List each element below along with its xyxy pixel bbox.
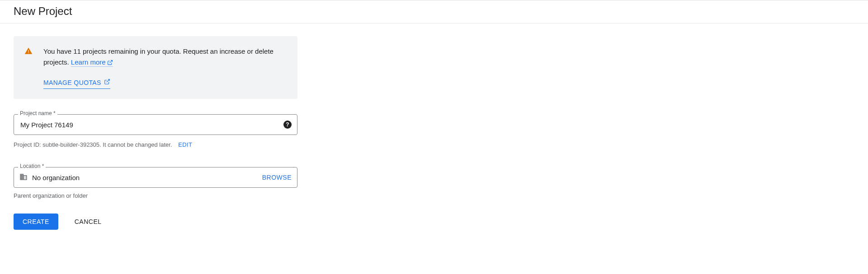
project-id-text: Project ID: subtle-builder-392305. It ca… — [14, 141, 172, 148]
edit-project-id-button[interactable]: EDIT — [178, 141, 192, 148]
create-button[interactable]: CREATE — [14, 214, 58, 230]
project-name-input[interactable] — [19, 121, 280, 129]
browse-button[interactable]: BROWSE — [262, 174, 292, 181]
svg-line-1 — [107, 79, 109, 82]
learn-more-link[interactable]: Learn more — [71, 58, 113, 67]
svg-line-0 — [109, 60, 112, 63]
location-hint: Parent organization or folder — [14, 192, 303, 199]
warning-icon — [24, 46, 33, 89]
help-icon[interactable]: ? — [283, 121, 292, 129]
location-value: No organization — [31, 174, 259, 181]
page-title: New Project — [14, 5, 854, 18]
cancel-button[interactable]: CANCEL — [72, 218, 104, 226]
manage-quotas-link[interactable]: MANAGE QUOTAS — [43, 78, 110, 89]
location-label: Location * — [18, 163, 46, 169]
organization-icon — [19, 173, 28, 182]
open-in-new-icon — [107, 58, 113, 69]
quota-notice: You have 11 projects remaining in your q… — [14, 36, 297, 99]
project-name-label: Project name * — [18, 110, 57, 116]
open-in-new-icon — [104, 78, 110, 88]
